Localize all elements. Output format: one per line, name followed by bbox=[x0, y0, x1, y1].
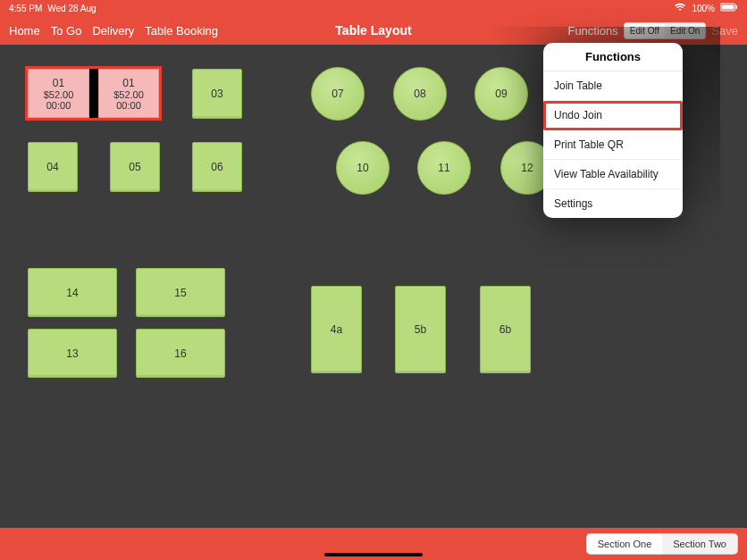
table-15[interactable]: 15 bbox=[136, 268, 225, 317]
table-01b[interactable]: 01 $52.00 00:00 bbox=[98, 69, 159, 118]
functions-button[interactable]: Functions bbox=[567, 24, 617, 38]
table-6b[interactable]: 6b bbox=[480, 286, 531, 373]
popover-item-print-qr[interactable]: Print Table QR bbox=[543, 130, 683, 160]
table-number: 12 bbox=[521, 162, 533, 174]
battery-icon bbox=[720, 3, 738, 13]
table-number: 10 bbox=[357, 162, 368, 174]
table-number: 01 bbox=[53, 77, 64, 89]
edit-on-button[interactable]: Edit On bbox=[665, 23, 705, 38]
nav-togo[interactable]: To Go bbox=[51, 24, 82, 38]
table-4a[interactable]: 4a bbox=[311, 286, 362, 373]
nav-table-booking[interactable]: Table Booking bbox=[145, 24, 218, 38]
popover-item-settings[interactable]: Settings bbox=[543, 189, 683, 218]
table-5b[interactable]: 5b bbox=[395, 286, 446, 373]
popover-item-view-availability[interactable]: View Table Availability bbox=[543, 160, 683, 189]
table-03[interactable]: 03 bbox=[192, 69, 242, 119]
nav-home[interactable]: Home bbox=[9, 24, 40, 38]
table-number: 01 bbox=[122, 77, 134, 89]
section-one-button[interactable]: Section One bbox=[587, 534, 663, 554]
svg-rect-2 bbox=[736, 5, 738, 9]
table-number: 6b bbox=[499, 323, 511, 336]
table-number: 05 bbox=[129, 161, 140, 173]
table-number: 03 bbox=[211, 88, 222, 100]
section-two-button[interactable]: Section Two bbox=[662, 534, 737, 554]
table-08[interactable]: 08 bbox=[393, 67, 447, 121]
table-number: 4a bbox=[331, 323, 342, 336]
table-amount: $52.00 bbox=[113, 89, 144, 100]
table-06[interactable]: 06 bbox=[192, 142, 242, 192]
table-number: 09 bbox=[495, 88, 507, 100]
home-indicator bbox=[324, 553, 423, 556]
table-time: 00:00 bbox=[46, 100, 71, 111]
table-amount: $52.00 bbox=[44, 89, 74, 100]
table-04[interactable]: 04 bbox=[28, 142, 78, 192]
battery-pct: 100% bbox=[692, 4, 715, 13]
table-number: 08 bbox=[414, 88, 425, 100]
status-time: 4:55 PM bbox=[9, 4, 42, 13]
save-button[interactable]: Save bbox=[711, 24, 738, 38]
popover-title: Functions bbox=[543, 43, 683, 71]
wifi-icon bbox=[674, 3, 686, 13]
status-bar: 4:55 PM Wed 28 Aug 100% bbox=[0, 0, 747, 16]
table-number: 04 bbox=[46, 161, 58, 173]
table-09[interactable]: 09 bbox=[474, 67, 528, 121]
table-14[interactable]: 14 bbox=[28, 268, 117, 317]
table-11[interactable]: 11 bbox=[417, 141, 471, 195]
table-number: 06 bbox=[211, 161, 222, 173]
bottom-bar: Section One Section Two bbox=[0, 528, 747, 560]
table-time: 00:00 bbox=[116, 100, 141, 111]
table-number: 15 bbox=[174, 287, 186, 299]
top-nav: Home To Go Delivery Table Booking Table … bbox=[0, 16, 747, 45]
table-07[interactable]: 07 bbox=[311, 67, 365, 121]
table-number: 13 bbox=[66, 347, 78, 360]
table-number: 11 bbox=[438, 162, 449, 174]
status-date: Wed 28 Aug bbox=[47, 4, 96, 13]
table-16[interactable]: 16 bbox=[136, 329, 225, 378]
table-01a[interactable]: 01 $52.00 00:00 bbox=[28, 69, 89, 118]
table-13[interactable]: 13 bbox=[28, 329, 117, 378]
popover-item-undo-join[interactable]: Undo Join bbox=[543, 101, 683, 130]
popover-item-join-table[interactable]: Join Table bbox=[543, 71, 683, 101]
table-05[interactable]: 05 bbox=[110, 142, 160, 192]
joined-group-gap bbox=[89, 69, 98, 118]
functions-popover: Functions Join Table Undo Join Print Tab… bbox=[543, 43, 683, 218]
table-number: 5b bbox=[415, 323, 426, 336]
table-number: 07 bbox=[332, 88, 343, 100]
section-toggle: Section One Section Two bbox=[586, 533, 738, 555]
edit-off-button[interactable]: Edit Off bbox=[625, 23, 665, 38]
table-10[interactable]: 10 bbox=[336, 141, 390, 195]
edit-toggle: Edit Off Edit On bbox=[624, 22, 707, 39]
svg-rect-1 bbox=[722, 5, 734, 10]
table-number: 14 bbox=[66, 287, 78, 299]
page-title: Table Layout bbox=[335, 23, 411, 38]
nav-delivery[interactable]: Delivery bbox=[92, 24, 134, 38]
table-number: 16 bbox=[174, 347, 186, 360]
